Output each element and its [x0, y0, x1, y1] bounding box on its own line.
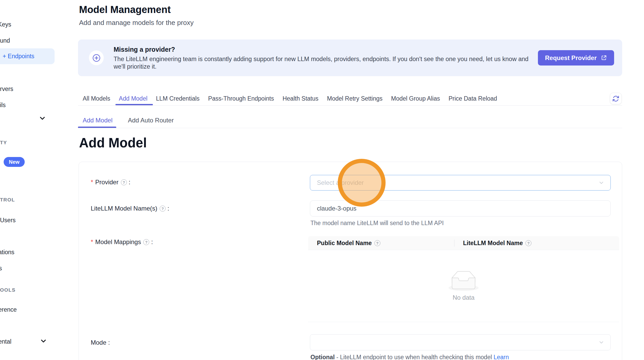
model-name-label: LiteLLM Model Name(s)	[91, 204, 169, 213]
table-empty-state: No data	[308, 250, 619, 322]
banner-body-line1: The LiteLLM engineering team is constant…	[114, 56, 529, 63]
banner-body-line2: we'll prioritize it.	[114, 63, 157, 70]
new-badge: New	[4, 157, 25, 167]
required-asterisk: *	[91, 238, 93, 246]
sidebar-item-label: + Endpoints	[3, 53, 34, 60]
help-circle-icon[interactable]	[160, 206, 166, 212]
sidebar-item-playground[interactable]: und	[0, 35, 10, 46]
tab-model-group-alias[interactable]: Model Group Alias	[391, 95, 440, 102]
sidebar: Keys und + Endpoints rvers ils TY New TR…	[0, 0, 68, 360]
help-circle-icon[interactable]	[525, 240, 531, 246]
tab-all-models[interactable]: All Models	[83, 95, 110, 102]
tab-health-status[interactable]: Health Status	[283, 95, 318, 102]
column-header-public-model-name: Public Model Name	[308, 240, 454, 247]
page-subtitle: Add and manage models for the proxy	[79, 19, 194, 27]
sidebar-item-keys[interactable]: Keys	[0, 19, 11, 30]
tab-llm-credentials[interactable]: LLM Credentials	[156, 95, 199, 102]
mode-select[interactable]	[310, 334, 611, 350]
sidebar-item-api-reference[interactable]: erence	[0, 304, 17, 315]
subtab-add-auto-router[interactable]: Add Auto Router	[128, 117, 174, 124]
no-data-text: No data	[453, 294, 474, 301]
model-mappings-table: Public Model Name LiteLLM Model Name No	[308, 236, 619, 322]
model-name-help-text: The model name LiteLLM will send to the …	[310, 220, 444, 227]
plus-circle-icon	[89, 50, 104, 65]
mode-label: Mode	[91, 338, 110, 347]
learn-more-link[interactable]: Learn	[493, 354, 509, 360]
sidebar-item-experimental[interactable]: ental	[0, 336, 11, 347]
chevron-down-icon[interactable]	[40, 337, 47, 345]
banner-title: Missing a provider?	[114, 46, 175, 53]
missing-provider-banner: Missing a provider? The LiteLLM engineer…	[78, 40, 622, 76]
sidebar-section-label: TY	[0, 140, 7, 146]
mode-help-text: Optional - LiteLLM endpoint to use when …	[310, 354, 509, 360]
add-model-heading: Add Model	[79, 135, 147, 150]
tab-model-retry-settings[interactable]: Model Retry Settings	[327, 95, 382, 102]
help-circle-icon[interactable]	[143, 239, 149, 245]
required-asterisk: *	[91, 179, 93, 186]
sidebar-section-label: TROL	[0, 197, 15, 203]
help-circle-icon[interactable]	[121, 179, 127, 185]
tabs-divider	[78, 105, 622, 106]
column-header-litellm-model-name: LiteLLM Model Name	[454, 240, 531, 247]
subtab-add-model[interactable]: Add Model	[83, 117, 113, 124]
provider-select-input[interactable]	[310, 175, 610, 190]
refresh-button[interactable]	[610, 93, 622, 104]
refresh-icon	[612, 95, 619, 102]
sidebar-item-teams[interactable]: s	[0, 263, 2, 273]
sidebar-item-guardrails[interactable]: ils	[0, 100, 6, 110]
mode-select-input[interactable]	[310, 335, 610, 350]
chevron-down-icon[interactable]	[38, 114, 46, 122]
sidebar-item-servers[interactable]: rvers	[0, 84, 13, 94]
tab-price-data-reload[interactable]: Price Data Reload	[448, 95, 497, 102]
external-link-icon	[601, 55, 607, 61]
sidebar-item-users[interactable]: Users	[0, 215, 16, 225]
provider-label: * Provider	[91, 178, 130, 187]
tab-add-model[interactable]: Add Model	[119, 95, 147, 102]
column-divider	[454, 240, 454, 247]
tab-pass-through-endpoints[interactable]: Pass-Through Endpoints	[208, 95, 274, 102]
inbox-icon	[447, 271, 480, 291]
sidebar-item-organizations[interactable]: ations	[0, 247, 14, 257]
chevron-down-icon	[598, 179, 605, 186]
page-title: Model Management	[79, 4, 171, 15]
request-provider-label: Request Provider	[545, 54, 597, 62]
chevron-down-icon	[598, 339, 605, 346]
help-circle-icon[interactable]	[374, 240, 380, 246]
add-model-form-card: * Provider LiteLLM Model Name(s) The mod…	[79, 162, 622, 360]
model-name-input[interactable]	[310, 200, 611, 217]
sidebar-section-label: OOLS	[0, 287, 16, 293]
provider-select[interactable]	[310, 175, 611, 191]
sidebar-item-models-endpoints-active[interactable]: + Endpoints	[0, 48, 55, 64]
model-mappings-label: * Model Mappings	[91, 237, 153, 247]
table-header-row: Public Model Name LiteLLM Model Name	[308, 236, 619, 250]
request-provider-button[interactable]: Request Provider	[538, 50, 614, 66]
tab-bar: All Models Add Model LLM Credentials Pas…	[83, 95, 497, 102]
subtabs-divider	[78, 128, 622, 128]
